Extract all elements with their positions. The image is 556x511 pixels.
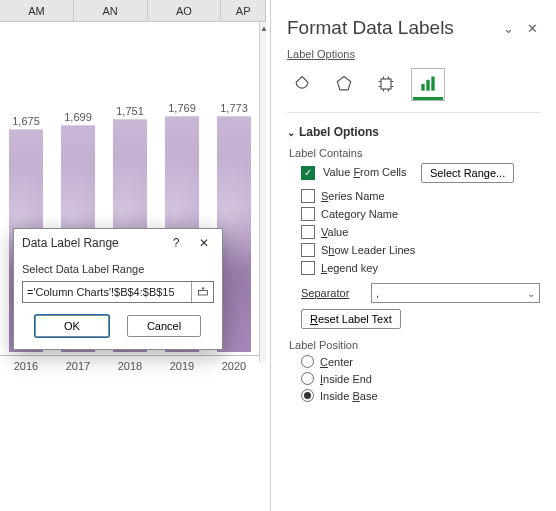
col-header[interactable]: AP	[221, 0, 266, 21]
svg-rect-5	[431, 76, 434, 90]
close-icon[interactable]: ✕	[520, 16, 544, 40]
svg-rect-3	[421, 84, 424, 91]
separator-dropdown[interactable]: , ⌄	[371, 283, 540, 303]
svg-rect-4	[426, 79, 429, 90]
svg-rect-2	[381, 79, 391, 89]
effects-tab-icon[interactable]	[329, 70, 359, 100]
range-input[interactable]	[23, 282, 191, 302]
data-label[interactable]: 1,699	[64, 111, 92, 123]
select-range-button[interactable]: Select Range...	[421, 163, 514, 183]
data-label-range-dialog: Data Label Range ? ✕ Select Data Label R…	[13, 228, 223, 350]
legend-key-label: Legend key	[321, 262, 378, 274]
chevron-down-icon: ⌄	[527, 288, 535, 299]
value-from-cells-label: Value From Cells	[323, 166, 413, 179]
separator-value: ,	[376, 287, 379, 299]
chevron-down-icon: ⌄	[287, 127, 295, 138]
label-contains-heading: Label Contains	[289, 147, 540, 159]
position-center-radio[interactable]	[301, 355, 314, 368]
label-options-section-header[interactable]: ⌄ Label Options	[287, 125, 540, 139]
pane-subtitle[interactable]: Label Options	[271, 48, 556, 60]
col-header[interactable]: AM	[0, 0, 74, 21]
label-position-heading: Label Position	[289, 339, 540, 351]
help-button[interactable]: ?	[162, 231, 190, 255]
position-inside-base-radio[interactable]	[301, 389, 314, 402]
column-header-row: AM AN AO AP	[0, 0, 266, 22]
dialog-title: Data Label Range	[22, 236, 162, 250]
option-tabs	[271, 60, 556, 106]
vertical-scrollbar[interactable]: ▲	[259, 22, 266, 362]
scroll-up-icon[interactable]: ▲	[260, 24, 266, 33]
x-axis-label: 2016	[0, 356, 52, 379]
value-checkbox[interactable]	[301, 225, 315, 239]
collapse-dialog-icon[interactable]	[191, 282, 213, 302]
show-leader-lines-label: Show Leader Lines	[321, 244, 415, 256]
chart-x-axis: 20162017201820192020	[0, 355, 260, 379]
range-input-group	[22, 281, 214, 303]
show-leader-lines-checkbox[interactable]	[301, 243, 315, 257]
chart-options-tab-icon[interactable]	[413, 70, 443, 100]
position-inside-end-label: Inside End	[320, 373, 372, 385]
col-header[interactable]: AN	[74, 0, 148, 21]
data-label[interactable]: 1,751	[116, 105, 144, 117]
ok-button[interactable]: OK	[35, 315, 109, 337]
size-tab-icon[interactable]	[371, 70, 401, 100]
category-name-checkbox[interactable]	[301, 207, 315, 221]
cancel-button[interactable]: Cancel	[127, 315, 201, 337]
close-icon[interactable]: ✕	[190, 231, 218, 255]
x-axis-label: 2020	[208, 356, 260, 379]
series-name-checkbox[interactable]	[301, 189, 315, 203]
pane-title: Format Data Labels	[287, 17, 496, 39]
svg-rect-0	[198, 291, 207, 296]
section-title: Label Options	[299, 125, 379, 139]
dialog-titlebar[interactable]: Data Label Range ? ✕	[14, 229, 222, 257]
value-from-cells-checkbox[interactable]	[301, 166, 315, 180]
value-label: Value	[321, 226, 348, 238]
position-center-label: Center	[320, 356, 353, 368]
dialog-prompt: Select Data Label Range	[22, 263, 214, 275]
x-axis-label: 2019	[156, 356, 208, 379]
data-label[interactable]: 1,769	[168, 102, 196, 114]
legend-key-checkbox[interactable]	[301, 261, 315, 275]
reset-label-text-button[interactable]: Reset Label Text	[301, 309, 401, 329]
data-label[interactable]: 1,773	[220, 102, 248, 114]
col-header[interactable]: AO	[148, 0, 222, 21]
chevron-down-icon[interactable]: ⌄	[496, 16, 520, 40]
category-name-label: Category Name	[321, 208, 398, 220]
x-axis-label: 2018	[104, 356, 156, 379]
fill-tab-icon[interactable]	[287, 70, 317, 100]
separator-label: Separator	[301, 287, 361, 299]
format-data-labels-pane: Format Data Labels ⌄ ✕ Label Options ⌄ L…	[270, 0, 556, 511]
series-name-label: Series Name	[321, 190, 385, 202]
position-inside-end-radio[interactable]	[301, 372, 314, 385]
position-inside-base-label: Inside Base	[320, 390, 378, 402]
x-axis-label: 2017	[52, 356, 104, 379]
data-label[interactable]: 1,675	[12, 115, 40, 127]
svg-marker-1	[337, 76, 350, 89]
